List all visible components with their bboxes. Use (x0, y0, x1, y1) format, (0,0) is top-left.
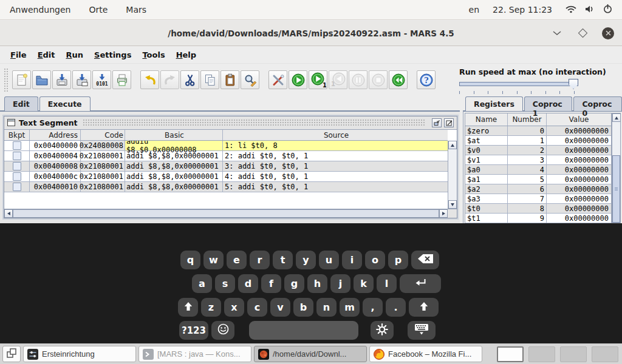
topbar-menu-orte[interactable]: Orte (89, 5, 108, 15)
key-q[interactable]: q (180, 251, 200, 269)
show-desktop-button[interactable] (2, 346, 21, 362)
register-value[interactable]: 0x00000000 (547, 165, 611, 174)
breakpoint-checkbox[interactable] (13, 162, 21, 170)
workspace-4[interactable] (592, 346, 618, 362)
key-t[interactable]: t (273, 251, 293, 269)
toolbar-reset-button[interactable] (389, 70, 408, 89)
register-value[interactable]: 0x00000000 (547, 146, 611, 155)
key-hide-keyboard[interactable] (408, 321, 436, 340)
register-value[interactable]: 0x00000000 (547, 204, 611, 213)
key-j[interactable]: j (330, 274, 350, 293)
topbar-menu-mars[interactable]: Mars (126, 5, 146, 15)
key-enter[interactable] (400, 274, 441, 293)
key-r[interactable]: r (250, 251, 270, 269)
toolbar-dump-memory-button[interactable]: 0101 (92, 70, 111, 89)
toolbar-cut-button[interactable] (180, 70, 199, 89)
tab-registers[interactable]: Registers (465, 96, 523, 111)
key-backspace[interactable] (411, 251, 439, 269)
scroll-thumb[interactable] (612, 155, 620, 223)
text-segment-titlebar[interactable]: Text Segment (4, 116, 457, 130)
key-c[interactable]: c (247, 298, 267, 317)
key-a[interactable]: a (192, 274, 212, 293)
menu-help[interactable]: Help (171, 48, 202, 62)
topbar-menu-anwendungen[interactable]: Anwendungen (10, 5, 70, 15)
toolbar-help-button[interactable]: ? (417, 70, 436, 89)
register-value[interactable]: 0x00000000 (547, 126, 611, 135)
menu-tools[interactable]: Tools (137, 48, 170, 62)
internal-minimize-button[interactable] (432, 118, 442, 127)
menu-settings[interactable]: Settings (89, 48, 137, 62)
keyboard-layout-indicator[interactable]: en (469, 5, 480, 15)
maximize-button[interactable] (576, 27, 589, 40)
scroll-left-button[interactable] (4, 209, 13, 218)
workspace-2[interactable] (528, 346, 555, 362)
toolbar-backstep-button[interactable]: 1 (329, 70, 347, 89)
internal-maximize-button[interactable] (444, 118, 454, 127)
register-value[interactable]: 0x00000000 (547, 194, 611, 203)
toolbar-copy-button[interactable] (200, 70, 219, 89)
key-period[interactable]: . (386, 298, 406, 317)
register-value[interactable]: 0x00000000 (547, 175, 611, 184)
scroll-track[interactable] (448, 149, 457, 200)
key-f[interactable]: f (261, 274, 281, 293)
toolbar-save-as-button[interactable] (72, 70, 91, 89)
breakpoint-checkbox[interactable] (13, 183, 21, 191)
tab-coproc-1[interactable]: Coproc 1 (524, 96, 573, 111)
key-p[interactable]: p (388, 251, 408, 269)
taskbar-window-mars[interactable]: /home/david/Downl... (254, 346, 367, 362)
toolbar-assemble-button[interactable] (268, 70, 287, 89)
key-comma[interactable]: , (363, 298, 383, 317)
slider-track[interactable] (459, 82, 578, 86)
run-speed-slider[interactable] (459, 79, 578, 89)
menu-file[interactable]: File (5, 48, 32, 62)
breakpoint-checkbox[interactable] (13, 172, 21, 181)
breakpoint-checkbox[interactable] (13, 141, 21, 150)
key-settings[interactable] (371, 321, 394, 340)
toolbar-stop-button[interactable] (369, 70, 388, 89)
toolbar-go-button[interactable] (289, 70, 307, 89)
key-w[interactable]: w (203, 251, 224, 269)
key-shift-left[interactable] (178, 298, 198, 317)
key-k[interactable]: k (354, 274, 374, 293)
scroll-up-button[interactable] (448, 141, 457, 149)
register-value[interactable]: 0x00000000 (547, 136, 611, 145)
toolbar-drag-handle[interactable] (4, 68, 9, 92)
close-button[interactable] (601, 27, 615, 40)
key-v[interactable]: v (270, 298, 290, 317)
minimize-button[interactable] (550, 27, 564, 40)
key-l[interactable]: l (377, 274, 397, 293)
toolbar-redo-button[interactable] (160, 70, 179, 89)
breakpoint-checkbox[interactable] (13, 152, 21, 160)
clock[interactable]: 22. Sep 11:23 (493, 5, 552, 15)
register-value[interactable]: 0x00000000 (547, 155, 611, 164)
scroll-thumb[interactable] (13, 209, 439, 218)
text-segment-vertical-scrollbar[interactable] (448, 141, 457, 209)
key-b[interactable]: b (293, 298, 313, 317)
scroll-right-button[interactable] (439, 209, 448, 218)
menu-edit[interactable]: Edit (32, 48, 61, 62)
menu-run[interactable]: Run (61, 48, 89, 62)
registers-scrollbar[interactable] (612, 113, 621, 223)
key-y[interactable]: y (296, 251, 316, 269)
key-z[interactable]: z (201, 298, 221, 317)
key-n[interactable]: n (316, 298, 337, 317)
key-symbols[interactable]: ?123 (179, 321, 208, 340)
taskbar-window-initial-setup[interactable]: Ersteinrichtung (23, 346, 136, 362)
toolbar-step-button[interactable]: 1 (309, 70, 327, 89)
toolbar-new-button[interactable] (12, 70, 31, 89)
scroll-up-button[interactable] (612, 113, 621, 122)
key-g[interactable]: g (284, 274, 304, 293)
key-u[interactable]: u (319, 251, 339, 269)
key-space[interactable] (249, 321, 358, 340)
toolbar-open-button[interactable] (32, 70, 51, 89)
key-shift-right[interactable] (409, 298, 439, 317)
toolbar-pause-button[interactable] (349, 70, 367, 89)
key-h[interactable]: h (307, 274, 327, 293)
taskbar-window-terminal[interactable]: [MARS : java — Kons... (138, 346, 251, 362)
toolbar-save-button[interactable] (52, 70, 71, 89)
tab-coproc-0[interactable]: Coproc 0 (573, 96, 622, 111)
key-o[interactable]: o (365, 251, 385, 269)
toolbar-undo-button[interactable] (140, 70, 159, 89)
system-status-area[interactable] (566, 4, 612, 15)
key-e[interactable]: e (227, 251, 247, 269)
